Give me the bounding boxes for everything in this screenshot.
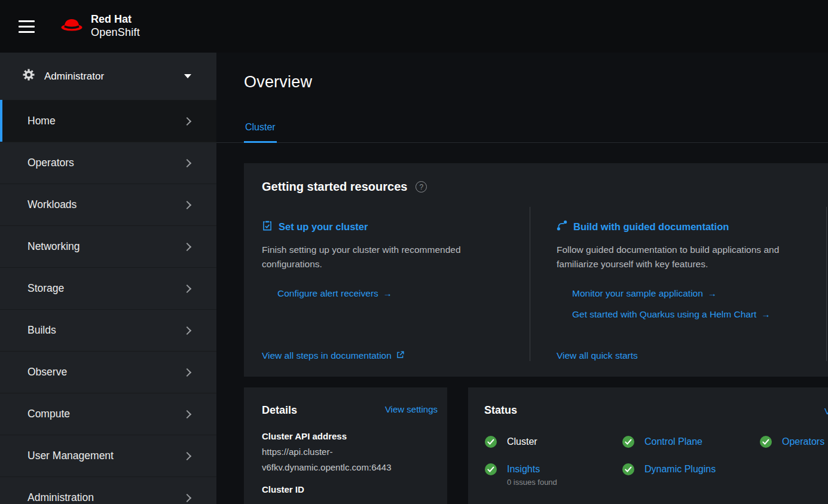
- arrow-right-icon: [378, 288, 392, 298]
- caret-down-icon: [184, 74, 191, 78]
- operators-link[interactable]: Operators: [782, 435, 824, 448]
- guided-documentation-footer: View all quick starts: [557, 350, 808, 361]
- status-item-cluster: Cluster: [484, 435, 622, 448]
- setup-cluster-link[interactable]: Set up your cluster: [279, 221, 368, 233]
- hamburger-bar: [19, 26, 35, 28]
- sidebar-item-networking[interactable]: Networking: [0, 225, 216, 267]
- insights-link[interactable]: Insights: [507, 463, 557, 476]
- details-header: Details View settings: [262, 404, 438, 417]
- details-fields: Cluster API address https://api.cluster-…: [262, 431, 438, 494]
- sidebar-item-compute[interactable]: Compute: [0, 393, 216, 435]
- sidebar-item-user-management[interactable]: User Management: [0, 435, 216, 476]
- dynamic-plugins-link[interactable]: Dynamic Plugins: [644, 463, 716, 476]
- sidebar-item-label: User Management: [28, 450, 114, 462]
- route-icon: [557, 220, 567, 233]
- status-item-control-plane: Control Plane: [622, 435, 759, 448]
- redhat-fedora-icon: [60, 16, 84, 36]
- perspective-label: Administrator: [44, 71, 104, 83]
- sidebar-item-storage[interactable]: Storage: [0, 267, 216, 309]
- tab-bar: Cluster: [216, 121, 828, 143]
- arrow-right-icon: [756, 309, 770, 319]
- sidebar-item-label: Observe: [28, 366, 67, 378]
- nav-toggle-hamburger-icon[interactable]: [19, 20, 35, 33]
- sidebar: Administrator Home Operators Workloads N…: [0, 53, 216, 504]
- help-icon[interactable]: [415, 181, 427, 193]
- getting-started-title: Getting started resources: [262, 180, 407, 194]
- getting-started-header: Getting started resources: [244, 163, 828, 207]
- status-label: Cluster: [507, 435, 537, 448]
- chevron-right-icon: [183, 410, 191, 418]
- getting-started-card: Getting started resources Set up your: [244, 163, 828, 377]
- guided-documentation-description: Follow guided documentation to build app…: [557, 243, 793, 271]
- sidebar-item-label: Home: [28, 115, 56, 127]
- chevron-right-icon: [183, 200, 191, 209]
- clipboard-check-icon: [262, 220, 273, 233]
- brand-line1: Red Hat: [91, 13, 140, 26]
- chevron-right-icon: [183, 451, 191, 460]
- sidebar-item-builds[interactable]: Builds: [0, 309, 216, 351]
- check-circle-icon: [484, 463, 497, 476]
- guided-documentation-heading: Build with guided documentation: [557, 220, 808, 233]
- chevron-right-icon: [183, 158, 191, 167]
- hamburger-bar: [19, 31, 35, 33]
- sidebar-item-label: Administration: [28, 491, 94, 504]
- insights-issues-count: 0 issues found: [507, 478, 557, 487]
- status-item-operators: Operators: [759, 435, 828, 448]
- cluster-id-label: Cluster ID: [262, 484, 438, 494]
- view-all-steps-link[interactable]: View all steps in documentation: [262, 350, 392, 361]
- sidebar-item-administration[interactable]: Administration: [0, 476, 216, 504]
- tab-cluster[interactable]: Cluster: [244, 121, 277, 143]
- check-circle-icon: [484, 435, 497, 448]
- arrow-right-icon: [703, 288, 717, 298]
- details-title: Details: [262, 404, 297, 417]
- guided-documentation-link[interactable]: Build with guided documentation: [573, 221, 729, 233]
- sidebar-item-operators[interactable]: Operators: [0, 142, 216, 184]
- cluster-api-address-value: https://api.cluster-v6fkv.dynamic.opentl…: [262, 444, 438, 475]
- sidebar-item-home[interactable]: Home: [0, 100, 216, 142]
- status-grid: Cluster Control Plane Operators: [484, 435, 828, 487]
- sidebar-item-observe[interactable]: Observe: [0, 351, 216, 393]
- control-plane-link[interactable]: Control Plane: [644, 435, 702, 448]
- sidebar-item-label: Builds: [28, 324, 56, 337]
- sidebar-item-label: Storage: [28, 282, 64, 295]
- setup-cluster-links: Configure alert receivers: [262, 288, 512, 299]
- brand-line2: OpenShift: [91, 26, 140, 39]
- chevron-right-icon: [183, 242, 191, 251]
- hamburger-bar: [19, 20, 35, 22]
- check-circle-icon: [759, 435, 772, 448]
- setup-cluster-description: Finish setting up your cluster with reco…: [262, 243, 477, 271]
- page-title: Overview: [216, 53, 828, 91]
- chevron-right-icon: [183, 326, 191, 334]
- status-header: Status: [484, 404, 828, 417]
- chevron-right-icon: [183, 117, 191, 125]
- status-title: Status: [484, 404, 517, 417]
- monitor-sample-app-link[interactable]: Monitor your sample application: [572, 288, 703, 298]
- external-link-icon: [396, 350, 404, 361]
- brand-logo[interactable]: Red Hat OpenShift: [60, 13, 140, 39]
- perspective-switcher[interactable]: Administrator: [0, 53, 216, 100]
- main-content: Overview Cluster Getting started resourc…: [216, 53, 828, 504]
- dashboard-content: Getting started resources Set up your: [216, 143, 828, 504]
- guided-documentation-column: Build with guided documentation Follow g…: [530, 207, 827, 361]
- status-item-dynamic-plugins: Dynamic Plugins: [622, 463, 759, 487]
- guided-documentation-links: Monitor your sample application Get star…: [557, 288, 808, 320]
- chevron-right-icon: [183, 368, 191, 376]
- view-alerts-link[interactable]: View alerts: [824, 406, 828, 416]
- view-all-quick-starts-link[interactable]: View all quick starts: [557, 350, 638, 361]
- chevron-right-icon: [183, 284, 191, 292]
- sidebar-item-label: Operators: [28, 157, 74, 169]
- status-card: Status View alerts Cluster Control Plane: [468, 387, 828, 504]
- details-card: Details View settings Cluster API addres…: [244, 387, 447, 504]
- sidebar-item-workloads[interactable]: Workloads: [0, 184, 216, 225]
- view-settings-link[interactable]: View settings: [385, 404, 438, 414]
- masthead: Red Hat OpenShift: [0, 0, 828, 53]
- check-circle-icon: [622, 463, 635, 476]
- configure-alert-receivers-link[interactable]: Configure alert receivers: [277, 288, 378, 298]
- brand-text: Red Hat OpenShift: [91, 13, 140, 39]
- sidebar-item-label: Workloads: [28, 198, 77, 211]
- setup-cluster-heading: Set up your cluster: [262, 220, 512, 233]
- chevron-right-icon: [183, 493, 191, 502]
- setup-cluster-footer: View all steps in documentation: [262, 350, 512, 361]
- cluster-api-address-label: Cluster API address: [262, 431, 438, 441]
- quarkus-helm-chart-link[interactable]: Get started with Quarkus using a Helm Ch…: [572, 309, 756, 319]
